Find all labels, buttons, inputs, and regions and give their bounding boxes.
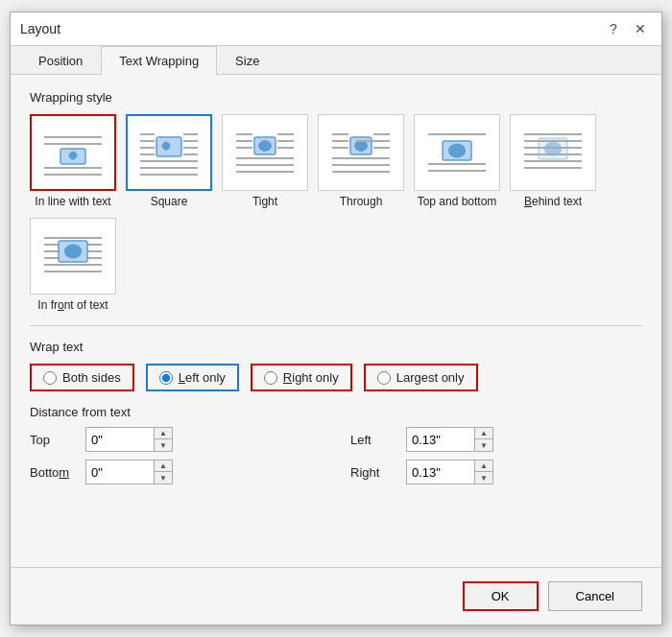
distance-left-label: Left <box>350 433 398 447</box>
distance-right-row: Right ▲ ▼ <box>350 460 642 484</box>
radio-both-sides-label: Both sides <box>62 370 121 385</box>
distance-left-spinner-btns: ▲ ▼ <box>474 428 492 451</box>
wrap-svg-behind <box>519 124 587 181</box>
wrap-option-square[interactable]: Square <box>126 114 212 208</box>
distance-bottom-spinner: ▲ ▼ <box>85 460 173 484</box>
wrap-icon-square <box>126 114 212 191</box>
distance-bottom-up[interactable]: ▲ <box>155 460 172 472</box>
cancel-button[interactable]: Cancel <box>548 581 642 611</box>
divider-1 <box>30 325 642 326</box>
distance-bottom-down[interactable]: ▼ <box>155 472 172 484</box>
ok-button[interactable]: OK <box>463 581 539 611</box>
distance-right-spinner: ▲ ▼ <box>406 460 493 484</box>
distance-top-input[interactable] <box>86 430 154 450</box>
radio-both-sides[interactable]: Both sides <box>30 364 134 391</box>
layout-dialog: Layout ? ✕ Position Text Wrapping Size W… <box>10 12 662 625</box>
wrap-label-inline: In line with text <box>35 195 110 208</box>
tab-text-wrapping[interactable]: Text Wrapping <box>101 46 217 75</box>
wrap-option-through[interactable]: Through <box>318 114 404 208</box>
distance-top-down[interactable]: ▼ <box>155 439 172 451</box>
radio-largest-only-input[interactable] <box>377 371 391 385</box>
radio-left-only[interactable]: Left only <box>146 364 239 391</box>
distance-bottom-spinner-btns: ▲ ▼ <box>154 460 172 484</box>
distance-left-input[interactable] <box>407 430 474 450</box>
distance-bottom-label: Bottom <box>30 465 78 480</box>
wrap-label-infront: In front of text <box>37 298 108 312</box>
distance-top-label: Top <box>30 433 78 447</box>
distance-bottom-input[interactable] <box>86 462 154 483</box>
wrap-icon-tight <box>222 114 308 191</box>
radio-right-only-label: Right only <box>283 370 339 385</box>
wrap-svg-infront <box>39 227 107 285</box>
wrap-svg-square <box>135 124 203 181</box>
wrap-option-inline[interactable]: In line with text <box>30 114 116 208</box>
radio-right-only-input[interactable] <box>264 371 277 385</box>
wrap-svg-inline <box>39 124 107 181</box>
title-actions: ? ✕ <box>602 18 652 39</box>
wrap-label-through: Through <box>340 195 383 208</box>
distance-title: Distance from text <box>30 405 642 419</box>
distance-section: Distance from text Top ▲ ▼ Left <box>30 405 642 484</box>
wrap-icon-topbottom <box>414 114 500 191</box>
distance-left-row: Left ▲ ▼ <box>350 427 642 452</box>
wrapping-style-grid: In line with text <box>30 114 642 312</box>
radio-left-only-input[interactable] <box>159 371 173 385</box>
radio-largest-only-label: Largest only <box>396 370 465 385</box>
radio-both-sides-input[interactable] <box>43 371 57 385</box>
distance-top-up[interactable]: ▲ <box>155 428 172 439</box>
radio-largest-only[interactable]: Largest only <box>364 364 478 391</box>
distance-top-row: Top ▲ ▼ <box>30 427 322 452</box>
wrap-option-tight[interactable]: Tight <box>222 114 308 208</box>
wrap-icon-infront <box>30 218 116 295</box>
help-button[interactable]: ? <box>602 18 625 39</box>
wrap-option-behind[interactable]: Behind text <box>510 114 596 208</box>
dialog-footer: OK Cancel <box>11 567 661 625</box>
dialog-title: Layout <box>20 21 60 36</box>
distance-left-down[interactable]: ▼ <box>475 439 492 451</box>
distance-top-spinner-btns: ▲ ▼ <box>154 428 172 451</box>
distance-bottom-row: Bottom ▲ ▼ <box>30 460 322 484</box>
wrap-svg-topbottom <box>423 124 491 181</box>
distance-right-down[interactable]: ▼ <box>475 472 492 484</box>
wrap-text-title: Wrap text <box>30 340 642 354</box>
wrap-label-behind: Behind text <box>524 195 582 208</box>
tab-size[interactable]: Size <box>217 46 277 75</box>
wrap-svg-through <box>327 124 395 181</box>
radio-right-only[interactable]: Right only <box>251 364 352 391</box>
title-bar: Layout ? ✕ <box>11 12 661 46</box>
distance-right-label: Right <box>350 465 398 480</box>
distance-left-up[interactable]: ▲ <box>475 428 492 439</box>
wrap-icon-through <box>318 114 404 191</box>
close-button[interactable]: ✕ <box>629 18 652 39</box>
tab-bar: Position Text Wrapping Size <box>11 46 661 75</box>
distance-grid: Top ▲ ▼ Left ▲ <box>30 427 642 484</box>
tab-position[interactable]: Position <box>20 46 101 75</box>
wrap-label-tight: Tight <box>252 195 277 208</box>
radio-left-only-label: Left only <box>179 370 226 385</box>
distance-top-spinner: ▲ ▼ <box>85 427 173 452</box>
wrap-text-section: Wrap text Both sides Left only Right onl… <box>30 340 642 391</box>
wrapping-style-title: Wrapping style <box>30 90 642 105</box>
distance-left-spinner: ▲ ▼ <box>406 427 493 452</box>
distance-right-input[interactable] <box>407 462 474 483</box>
wrap-option-topbottom[interactable]: Top and bottom <box>414 114 500 208</box>
wrap-icon-behind <box>510 114 596 191</box>
wrap-label-square: Square <box>151 195 188 208</box>
content-area: Wrapping style In line with text <box>11 75 661 567</box>
wrap-text-radio-group: Both sides Left only Right only Largest … <box>30 364 642 391</box>
wrap-svg-tight <box>231 124 299 181</box>
wrap-option-infront[interactable]: In front of text <box>30 218 116 312</box>
wrap-label-topbottom: Top and bottom <box>418 195 497 208</box>
distance-right-spinner-btns: ▲ ▼ <box>474 460 492 484</box>
distance-right-up[interactable]: ▲ <box>475 460 492 472</box>
wrap-icon-inline <box>30 114 116 191</box>
title-bar-left: Layout <box>20 21 60 36</box>
